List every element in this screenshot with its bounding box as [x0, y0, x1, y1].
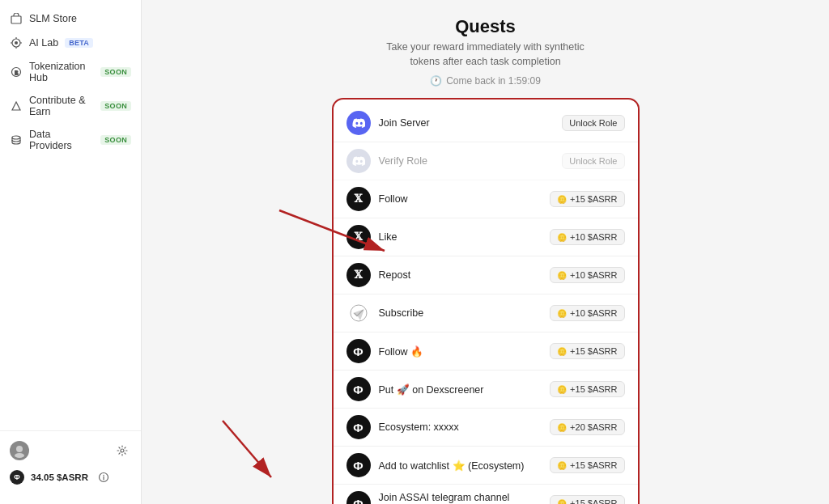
sidebar-item-slm-store[interactable]: SLM Store: [0, 6, 141, 31]
quest-label-put-dexscreener: Put 🚀 on Dexscreener: [379, 383, 542, 396]
data-icon: [10, 133, 23, 146]
x-icon-like: 𝕏: [346, 225, 371, 249]
quest-reward-follow[interactable]: 🪙 +15 $ASRR: [550, 191, 624, 207]
quest-row-verify-role[interactable]: Verify Role Unlock Role: [334, 142, 638, 180]
page-title: Quests: [455, 16, 516, 37]
settings-icon-button[interactable]: [113, 442, 131, 460]
phi-icon-telegram-channel: Φ: [346, 491, 371, 504]
phi-icon-follow-fire: Φ: [346, 339, 371, 363]
quest-label-repost: Repost: [379, 269, 542, 281]
quest-row-like[interactable]: 𝕏 Like 🪙 +10 $ASRR: [334, 218, 638, 256]
sidebar-user: Φ 34.05 $ASRR: [10, 464, 131, 491]
countdown-text: Come back in 1:59:09: [446, 75, 541, 87]
sidebar-settings-row: [10, 438, 131, 464]
svg-point-11: [121, 449, 124, 452]
quest-label-verify-role: Verify Role: [379, 155, 555, 167]
store-icon: [10, 12, 23, 25]
phi-icon-dexscreener: Φ: [346, 377, 371, 401]
token-balance: 34.05 $ASRR: [31, 472, 88, 482]
token-icon: [10, 66, 23, 78]
clock-icon: 🕐: [430, 75, 442, 87]
quest-row-ecosystem[interactable]: Φ Ecosystem: xxxxx 🪙 +20 $ASRR: [334, 409, 638, 447]
sidebar-label-contribute-earn: Contribute & Earn: [29, 95, 94, 117]
quest-reward-join-server[interactable]: Unlock Role: [562, 115, 624, 131]
data-providers-badge: soon: [100, 135, 131, 145]
quest-row-join-server[interactable]: Join Server Unlock Role: [334, 104, 638, 142]
countdown: 🕐 Come back in 1:59:09: [430, 75, 541, 87]
discord-icon: [346, 111, 371, 135]
page-subtitle: Take your reward immediately with synthe…: [386, 40, 585, 69]
quest-label-follow-fire: Follow 🔥: [379, 345, 542, 358]
sidebar-item-ai-lab[interactable]: AI Lab beta: [0, 31, 141, 55]
quest-label-like: Like: [379, 231, 542, 243]
quest-label-telegram-channel: Join ASSAI telegram channel(Ecosystem): [379, 492, 542, 504]
sidebar-label-slm-store: SLM Store: [29, 13, 77, 24]
quest-reward-verify-role[interactable]: Unlock Role: [562, 153, 624, 169]
quest-reward-follow-fire[interactable]: 🪙 +15 $ASRR: [550, 343, 624, 359]
ai-icon: [10, 36, 23, 49]
quest-label-ecosystem: Ecosystem: xxxxx: [379, 421, 542, 433]
quest-row-watchlist[interactable]: Φ Add to watchlist ⭐ (Ecosystem) 🪙 +15 $…: [334, 447, 638, 485]
sidebar-item-tokenization-hub[interactable]: Tokenization Hub soon: [0, 55, 141, 89]
contribute-icon: [10, 100, 23, 112]
quest-reward-repost[interactable]: 🪙 +10 $ASRR: [550, 267, 624, 283]
info-icon-button[interactable]: [95, 468, 113, 486]
contribute-earn-badge: soon: [100, 101, 131, 111]
quest-row-telegram-channel[interactable]: Φ Join ASSAI telegram channel(Ecosystem)…: [334, 485, 638, 504]
avatar: [10, 441, 29, 460]
sidebar-label-ai-lab: AI Lab: [29, 37, 58, 49]
phi-icon-watchlist: Φ: [346, 453, 371, 477]
svg-point-2: [15, 41, 18, 44]
sidebar-label-data-providers: Data Providers: [29, 129, 94, 151]
quest-row-follow[interactable]: 𝕏 Follow 🪙 +15 $ASRR: [334, 180, 638, 218]
x-icon-repost: 𝕏: [346, 263, 371, 287]
tokenization-hub-badge: soon: [100, 67, 131, 77]
quest-reward-like[interactable]: 🪙 +10 $ASRR: [550, 229, 624, 245]
quest-reward-ecosystem[interactable]: 🪙 +20 $ASRR: [550, 419, 624, 435]
sidebar-item-contribute-earn[interactable]: Contribute & Earn soon: [0, 89, 141, 123]
token-balance-icon: Φ: [10, 470, 24, 485]
sidebar-item-data-providers[interactable]: Data Providers soon: [0, 123, 141, 157]
quest-label-watchlist: Add to watchlist ⭐ (Ecosystem): [379, 460, 542, 472]
x-icon-follow: 𝕏: [346, 187, 371, 211]
quest-reward-watchlist[interactable]: 🪙 +15 $ASRR: [550, 457, 624, 473]
ai-lab-badge: beta: [65, 38, 93, 48]
quest-reward-subscribe[interactable]: 🪙 +10 $ASRR: [550, 305, 624, 321]
svg-rect-0: [11, 16, 21, 23]
quest-label-subscribe: Subscribe: [379, 307, 542, 319]
quest-row-put-dexscreener[interactable]: Φ Put 🚀 on Dexscreener 🪙 +15 $ASRR: [334, 371, 638, 409]
sidebar: SLM Store AI Lab beta Tokenization Hub s…: [0, 0, 142, 504]
svg-point-9: [16, 446, 23, 452]
svg-point-10: [15, 453, 24, 458]
quest-row-subscribe[interactable]: Subscribe 🪙 +10 $ASRR: [334, 294, 638, 332]
sidebar-bottom: Φ 34.05 $ASRR: [0, 430, 141, 498]
svg-point-8: [12, 136, 20, 139]
quests-card: Join Server Unlock Role Verify Role Unlo…: [332, 98, 640, 504]
phi-icon-ecosystem: Φ: [346, 415, 371, 439]
quest-reward-put-dexscreener[interactable]: 🪙 +15 $ASRR: [550, 381, 624, 397]
main-content: Quests Take your reward immediately with…: [142, 0, 829, 504]
quest-reward-telegram-channel[interactable]: 🪙 +15 $ASRR: [550, 495, 624, 504]
telegram-icon: [346, 301, 371, 325]
discord-gray-icon: [346, 149, 371, 173]
quest-row-follow-fire[interactable]: Φ Follow 🔥 🪙 +15 $ASRR: [334, 332, 638, 371]
sidebar-label-tokenization-hub: Tokenization Hub: [29, 61, 94, 83]
quest-label-join-server: Join Server: [379, 117, 555, 129]
quest-row-repost[interactable]: 𝕏 Repost 🪙 +10 $ASRR: [334, 256, 638, 294]
quest-label-follow: Follow: [379, 193, 542, 205]
svg-point-14: [103, 475, 104, 476]
